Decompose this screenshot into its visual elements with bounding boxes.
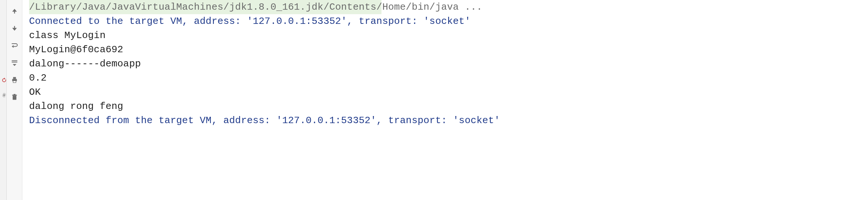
console-output[interactable]: /Library/Java/JavaVirtualMachines/jdk1.8…	[22, 0, 868, 200]
svg-rect-6	[13, 77, 16, 79]
console-line: Disconnected from the target VM, address…	[29, 113, 868, 128]
svg-rect-7	[13, 81, 16, 83]
console-panel: /Library/Java/JavaVirtualMachines/jdk1.8…	[0, 0, 868, 200]
restart-icon[interactable]	[1, 75, 5, 78]
svg-rect-10	[13, 94, 15, 95]
svg-rect-2	[14, 26, 15, 28]
svg-rect-1	[14, 11, 15, 13]
gutter-strip	[0, 0, 7, 200]
console-line: class MyLogin	[29, 28, 868, 43]
gear-icon[interactable]	[1, 90, 5, 93]
svg-rect-4	[12, 62, 17, 63]
console-line: MyLogin@6f0ca692	[29, 43, 868, 57]
console-line: dalong------demoapp	[29, 57, 868, 71]
soft-wrap-icon[interactable]	[9, 40, 20, 51]
console-line: dalong rong feng	[29, 99, 868, 113]
console-line: 0.2	[29, 71, 868, 85]
svg-rect-3	[12, 60, 17, 61]
console-line: Connected to the target VM, address: '12…	[29, 14, 868, 28]
console-toolbar	[7, 0, 22, 200]
print-icon[interactable]	[9, 75, 20, 85]
scroll-to-end-icon[interactable]	[9, 57, 20, 68]
console-line: OK	[29, 85, 868, 99]
trash-icon[interactable]	[9, 92, 20, 102]
svg-rect-8	[13, 96, 16, 100]
down-arrow-icon[interactable]	[9, 23, 20, 34]
up-arrow-icon[interactable]	[9, 6, 20, 16]
console-line: /Library/Java/JavaVirtualMachines/jdk1.8…	[29, 0, 868, 14]
